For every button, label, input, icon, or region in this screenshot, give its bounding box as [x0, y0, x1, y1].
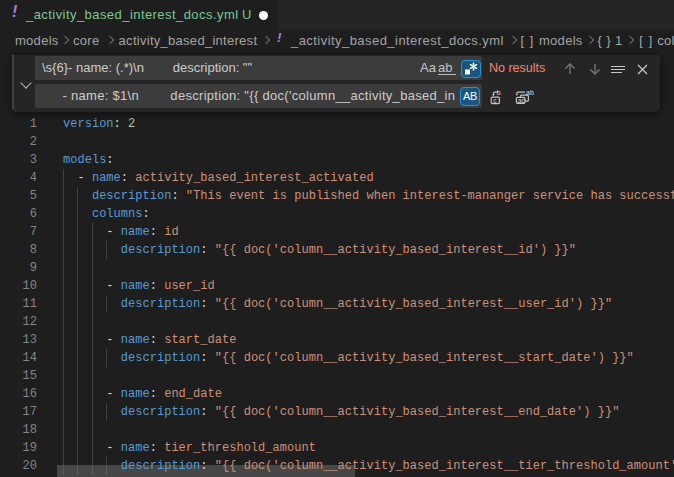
svg-text:ac: ac	[518, 96, 526, 103]
svg-text:ab: ab	[526, 88, 534, 95]
svg-text:b: b	[496, 88, 500, 95]
